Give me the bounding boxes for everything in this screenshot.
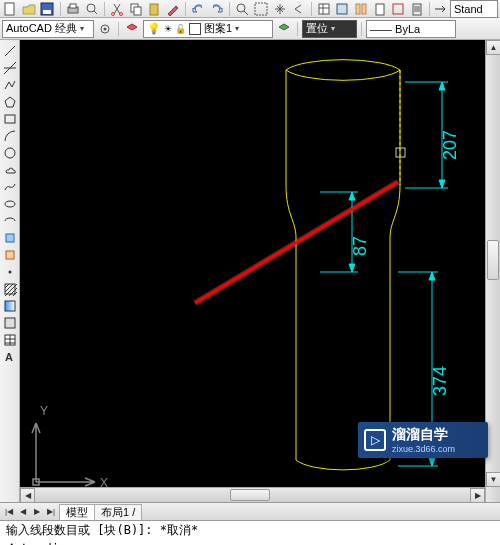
scroll-left-icon[interactable]: ◀: [20, 488, 35, 503]
tab-model[interactable]: 模型: [59, 504, 95, 520]
xline-tool-icon[interactable]: [1, 59, 19, 76]
watermark-sub: zixue.3d66.com: [392, 444, 455, 454]
layer-name: 图案1: [204, 21, 232, 36]
svg-rect-16: [362, 4, 366, 14]
spline-tool-icon[interactable]: [1, 178, 19, 195]
insert-block-icon[interactable]: [1, 229, 19, 246]
tab-layout1-label: 布局1: [101, 505, 129, 520]
dimstyle-label: Stand: [454, 3, 483, 15]
arc-tool-icon[interactable]: [1, 127, 19, 144]
mtext-tool-icon[interactable]: A: [1, 348, 19, 365]
model-space-canvas[interactable]: 207 87 374 Y: [20, 40, 500, 502]
draw-toolbar: A: [0, 40, 20, 502]
layout-tabs: |◀ ◀ ▶ ▶| 模型 布局1 /: [0, 502, 500, 520]
markup-icon[interactable]: [390, 1, 407, 17]
tab-next-icon[interactable]: ▶: [30, 505, 44, 519]
watermark-title: 溜溜自学: [392, 426, 455, 444]
make-block-icon[interactable]: [1, 246, 19, 263]
layer-dropdown[interactable]: 💡 ☀ 🔓 图案1 ▾: [143, 20, 273, 38]
workspace-gear-icon[interactable]: [96, 21, 114, 37]
cut-icon[interactable]: [109, 1, 126, 17]
svg-rect-14: [337, 4, 347, 14]
redo-icon[interactable]: [209, 1, 226, 17]
sun-icon: ☀: [164, 24, 172, 34]
match-icon[interactable]: [165, 1, 182, 17]
dimension-arrow-icon[interactable]: [434, 2, 448, 16]
line-tool-icon[interactable]: [1, 42, 19, 59]
tab-model-label: 模型: [66, 505, 88, 520]
point-tool-icon[interactable]: [1, 263, 19, 280]
properties-icon[interactable]: [315, 1, 332, 17]
circle-tool-icon[interactable]: [1, 144, 19, 161]
save-icon[interactable]: [39, 1, 56, 17]
svg-rect-28: [5, 284, 15, 294]
ellipse-arc-tool-icon[interactable]: [1, 212, 19, 229]
axis-y-label: Y: [40, 404, 48, 418]
cmd-history-1: 输入线段数目或 [块(B)]: *取消*: [0, 521, 500, 540]
svg-rect-9: [134, 7, 141, 15]
svg-rect-15: [356, 4, 360, 14]
tab-layout1[interactable]: 布局1 /: [94, 504, 142, 520]
scroll-thumb[interactable]: [230, 489, 270, 501]
open-icon[interactable]: [21, 1, 38, 17]
new-icon[interactable]: [2, 1, 19, 17]
toolbar-second: AutoCAD 经典 ▾ 💡 ☀ 🔓 图案1 ▾ 置位 ▾ —— ByLa: [0, 18, 500, 40]
dimstyle-dropdown[interactable]: Stand: [450, 0, 498, 18]
svg-rect-13: [319, 4, 329, 14]
region-tool-icon[interactable]: [1, 314, 19, 331]
quickcalc-icon[interactable]: [408, 1, 425, 17]
layer-color-swatch: [189, 23, 201, 35]
svg-rect-18: [393, 4, 403, 14]
paste-icon[interactable]: [146, 1, 163, 17]
layer-manager-icon[interactable]: [123, 21, 141, 37]
svg-rect-2: [43, 10, 51, 14]
print-icon[interactable]: [65, 1, 82, 17]
layer-previous-icon[interactable]: [275, 21, 293, 37]
linetype-dropdown[interactable]: —— ByLa: [366, 20, 456, 38]
play-icon: ▷: [364, 429, 386, 451]
copy-icon[interactable]: [127, 1, 144, 17]
toolbar-top: Stand: [0, 0, 500, 18]
zoom-realtime-icon[interactable]: [234, 1, 251, 17]
preview-icon[interactable]: [83, 1, 100, 17]
pan-icon[interactable]: [271, 1, 288, 17]
svg-point-7: [120, 12, 123, 15]
table-tool-icon[interactable]: [1, 331, 19, 348]
tool-palettes-icon[interactable]: [353, 1, 370, 17]
rect-tool-icon[interactable]: [1, 110, 19, 127]
svg-rect-10: [150, 4, 158, 15]
linetype-label: —— ByLa: [370, 23, 420, 35]
gradient-tool-icon[interactable]: [1, 297, 19, 314]
svg-rect-0: [5, 3, 14, 15]
designcenter-icon[interactable]: [334, 1, 351, 17]
command-window[interactable]: 输入线段数目或 [块(B)]: *取消* 命令: div ◀━━━━━━━━ 选…: [0, 520, 500, 545]
light-icon: 💡: [147, 22, 161, 35]
svg-point-23: [5, 148, 15, 158]
svg-rect-4: [70, 4, 76, 8]
pline-tool-icon[interactable]: [1, 76, 19, 93]
horizontal-scrollbar[interactable]: ◀ ▶: [20, 487, 485, 502]
zoom-previous-icon[interactable]: [290, 1, 307, 17]
tab-last-icon[interactable]: ▶|: [44, 505, 58, 519]
dim-207: 207: [440, 130, 460, 160]
zoom-window-icon[interactable]: [253, 1, 270, 17]
tab-prev-icon[interactable]: ◀: [16, 505, 30, 519]
hatch-tool-icon[interactable]: [1, 280, 19, 297]
svg-text:A: A: [5, 351, 13, 363]
revcloud-tool-icon[interactable]: [1, 161, 19, 178]
scroll-up-icon[interactable]: ▲: [486, 40, 500, 55]
svg-point-27: [8, 270, 11, 273]
svg-point-11: [237, 4, 245, 12]
sheetset-icon[interactable]: [371, 1, 388, 17]
scroll-thumb[interactable]: [487, 240, 499, 280]
workspace-dropdown[interactable]: AutoCAD 经典 ▾: [2, 20, 94, 38]
dim-374: 374: [430, 366, 450, 396]
chevron-down-icon: ▾: [331, 24, 335, 33]
scroll-down-icon[interactable]: ▼: [486, 472, 500, 487]
scroll-right-icon[interactable]: ▶: [470, 488, 485, 503]
annoscale-dropdown[interactable]: 置位 ▾: [302, 20, 357, 38]
tab-first-icon[interactable]: |◀: [2, 505, 16, 519]
polygon-tool-icon[interactable]: [1, 93, 19, 110]
undo-icon[interactable]: [190, 1, 207, 17]
ellipse-tool-icon[interactable]: [1, 195, 19, 212]
